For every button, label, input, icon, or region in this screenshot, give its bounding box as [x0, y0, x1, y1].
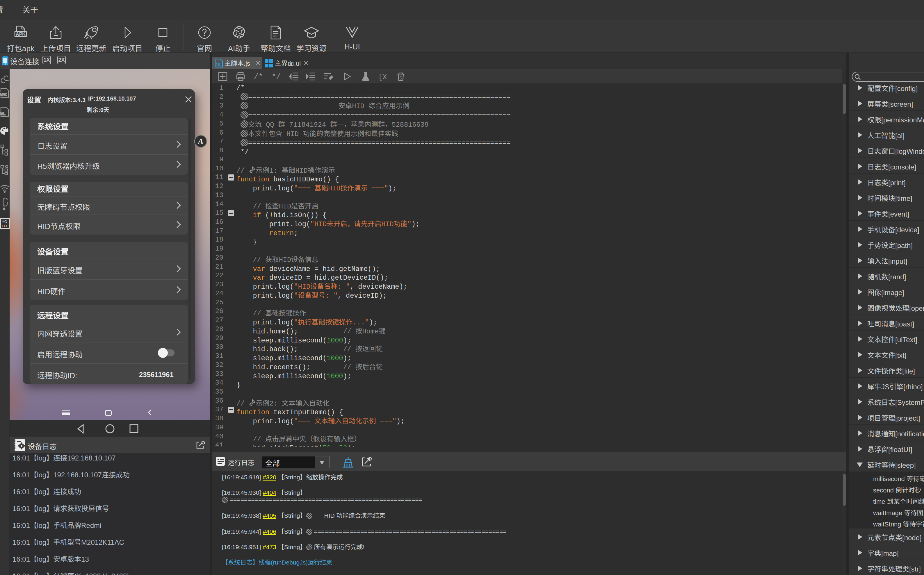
svg-text:JS: JS	[216, 62, 220, 67]
svg-text:A: A	[197, 137, 204, 146]
svg-text:APK: APK	[0, 93, 7, 97]
svg-text:ML: ML	[0, 112, 5, 116]
svg-text:LO: LO	[2, 224, 7, 228]
svg-text:YO: YO	[2, 219, 7, 224]
svg-text:APK: APK	[16, 32, 25, 37]
svg-text:/*: /*	[254, 72, 263, 81]
svg-text:[X]: [X]	[379, 73, 388, 81]
svg-text:*/: */	[272, 72, 281, 81]
